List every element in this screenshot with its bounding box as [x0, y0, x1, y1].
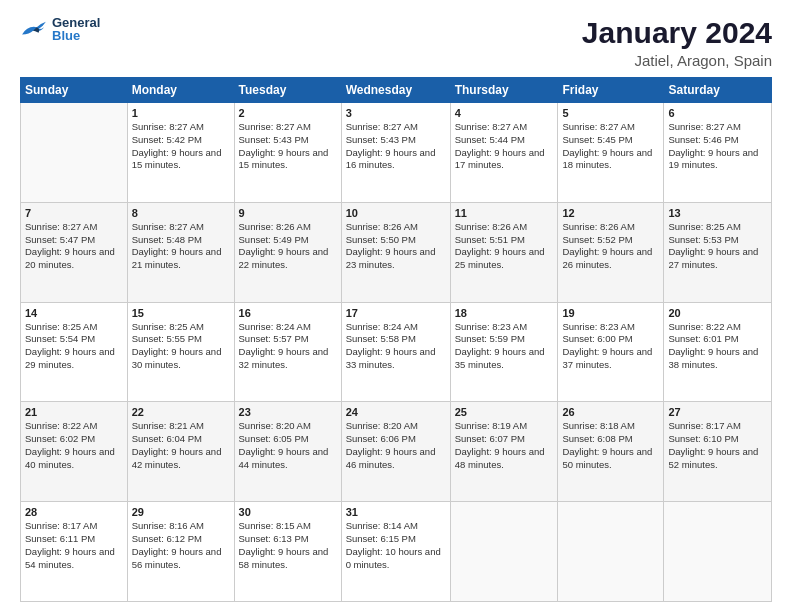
- subtitle: Jatiel, Aragon, Spain: [582, 52, 772, 69]
- calendar-week-1: 1Sunrise: 8:27 AM Sunset: 5:42 PM Daylig…: [21, 103, 772, 203]
- day-info: Sunrise: 8:26 AM Sunset: 5:50 PM Dayligh…: [346, 221, 446, 272]
- calendar-header-row: Sunday Monday Tuesday Wednesday Thursday…: [21, 78, 772, 103]
- table-row: [450, 502, 558, 602]
- day-number: 30: [239, 506, 337, 518]
- calendar-week-4: 21Sunrise: 8:22 AM Sunset: 6:02 PM Dayli…: [21, 402, 772, 502]
- day-info: Sunrise: 8:26 AM Sunset: 5:51 PM Dayligh…: [455, 221, 554, 272]
- day-info: Sunrise: 8:27 AM Sunset: 5:47 PM Dayligh…: [25, 221, 123, 272]
- col-sunday: Sunday: [21, 78, 128, 103]
- day-number: 26: [562, 406, 659, 418]
- day-number: 25: [455, 406, 554, 418]
- table-row: 5Sunrise: 8:27 AM Sunset: 5:45 PM Daylig…: [558, 103, 664, 203]
- table-row: 21Sunrise: 8:22 AM Sunset: 6:02 PM Dayli…: [21, 402, 128, 502]
- day-info: Sunrise: 8:26 AM Sunset: 5:49 PM Dayligh…: [239, 221, 337, 272]
- day-info: Sunrise: 8:14 AM Sunset: 6:15 PM Dayligh…: [346, 520, 446, 571]
- table-row: 1Sunrise: 8:27 AM Sunset: 5:42 PM Daylig…: [127, 103, 234, 203]
- table-row: 19Sunrise: 8:23 AM Sunset: 6:00 PM Dayli…: [558, 302, 664, 402]
- calendar-week-5: 28Sunrise: 8:17 AM Sunset: 6:11 PM Dayli…: [21, 502, 772, 602]
- table-row: 11Sunrise: 8:26 AM Sunset: 5:51 PM Dayli…: [450, 202, 558, 302]
- day-info: Sunrise: 8:24 AM Sunset: 5:58 PM Dayligh…: [346, 321, 446, 372]
- day-info: Sunrise: 8:19 AM Sunset: 6:07 PM Dayligh…: [455, 420, 554, 471]
- day-info: Sunrise: 8:25 AM Sunset: 5:54 PM Dayligh…: [25, 321, 123, 372]
- calendar-table: Sunday Monday Tuesday Wednesday Thursday…: [20, 77, 772, 602]
- table-row: 16Sunrise: 8:24 AM Sunset: 5:57 PM Dayli…: [234, 302, 341, 402]
- main-title: January 2024: [582, 16, 772, 50]
- col-thursday: Thursday: [450, 78, 558, 103]
- day-info: Sunrise: 8:22 AM Sunset: 6:01 PM Dayligh…: [668, 321, 767, 372]
- day-info: Sunrise: 8:23 AM Sunset: 6:00 PM Dayligh…: [562, 321, 659, 372]
- table-row: [21, 103, 128, 203]
- table-row: 14Sunrise: 8:25 AM Sunset: 5:54 PM Dayli…: [21, 302, 128, 402]
- day-number: 1: [132, 107, 230, 119]
- day-number: 18: [455, 307, 554, 319]
- table-row: 12Sunrise: 8:26 AM Sunset: 5:52 PM Dayli…: [558, 202, 664, 302]
- day-info: Sunrise: 8:27 AM Sunset: 5:46 PM Dayligh…: [668, 121, 767, 172]
- day-number: 31: [346, 506, 446, 518]
- day-info: Sunrise: 8:26 AM Sunset: 5:52 PM Dayligh…: [562, 221, 659, 272]
- table-row: 30Sunrise: 8:15 AM Sunset: 6:13 PM Dayli…: [234, 502, 341, 602]
- day-info: Sunrise: 8:27 AM Sunset: 5:48 PM Dayligh…: [132, 221, 230, 272]
- day-number: 22: [132, 406, 230, 418]
- day-number: 19: [562, 307, 659, 319]
- day-info: Sunrise: 8:27 AM Sunset: 5:42 PM Dayligh…: [132, 121, 230, 172]
- logo-blue-text: Blue: [52, 29, 100, 42]
- day-number: 28: [25, 506, 123, 518]
- day-number: 3: [346, 107, 446, 119]
- table-row: [664, 502, 772, 602]
- col-friday: Friday: [558, 78, 664, 103]
- day-info: Sunrise: 8:21 AM Sunset: 6:04 PM Dayligh…: [132, 420, 230, 471]
- table-row: 15Sunrise: 8:25 AM Sunset: 5:55 PM Dayli…: [127, 302, 234, 402]
- day-number: 13: [668, 207, 767, 219]
- day-number: 12: [562, 207, 659, 219]
- day-number: 16: [239, 307, 337, 319]
- day-number: 20: [668, 307, 767, 319]
- day-number: 14: [25, 307, 123, 319]
- table-row: 17Sunrise: 8:24 AM Sunset: 5:58 PM Dayli…: [341, 302, 450, 402]
- day-info: Sunrise: 8:27 AM Sunset: 5:45 PM Dayligh…: [562, 121, 659, 172]
- day-number: 5: [562, 107, 659, 119]
- day-info: Sunrise: 8:27 AM Sunset: 5:44 PM Dayligh…: [455, 121, 554, 172]
- table-row: 3Sunrise: 8:27 AM Sunset: 5:43 PM Daylig…: [341, 103, 450, 203]
- day-info: Sunrise: 8:20 AM Sunset: 6:06 PM Dayligh…: [346, 420, 446, 471]
- day-info: Sunrise: 8:17 AM Sunset: 6:10 PM Dayligh…: [668, 420, 767, 471]
- day-number: 8: [132, 207, 230, 219]
- table-row: 23Sunrise: 8:20 AM Sunset: 6:05 PM Dayli…: [234, 402, 341, 502]
- day-info: Sunrise: 8:22 AM Sunset: 6:02 PM Dayligh…: [25, 420, 123, 471]
- day-number: 21: [25, 406, 123, 418]
- day-info: Sunrise: 8:25 AM Sunset: 5:53 PM Dayligh…: [668, 221, 767, 272]
- day-number: 17: [346, 307, 446, 319]
- day-number: 6: [668, 107, 767, 119]
- table-row: 20Sunrise: 8:22 AM Sunset: 6:01 PM Dayli…: [664, 302, 772, 402]
- title-block: January 2024 Jatiel, Aragon, Spain: [582, 16, 772, 69]
- table-row: 8Sunrise: 8:27 AM Sunset: 5:48 PM Daylig…: [127, 202, 234, 302]
- day-info: Sunrise: 8:16 AM Sunset: 6:12 PM Dayligh…: [132, 520, 230, 571]
- day-info: Sunrise: 8:15 AM Sunset: 6:13 PM Dayligh…: [239, 520, 337, 571]
- day-number: 11: [455, 207, 554, 219]
- table-row: 25Sunrise: 8:19 AM Sunset: 6:07 PM Dayli…: [450, 402, 558, 502]
- logo-wordmark: General Blue: [52, 16, 100, 42]
- table-row: 6Sunrise: 8:27 AM Sunset: 5:46 PM Daylig…: [664, 103, 772, 203]
- table-row: 10Sunrise: 8:26 AM Sunset: 5:50 PM Dayli…: [341, 202, 450, 302]
- day-info: Sunrise: 8:18 AM Sunset: 6:08 PM Dayligh…: [562, 420, 659, 471]
- day-info: Sunrise: 8:27 AM Sunset: 5:43 PM Dayligh…: [239, 121, 337, 172]
- table-row: 24Sunrise: 8:20 AM Sunset: 6:06 PM Dayli…: [341, 402, 450, 502]
- day-info: Sunrise: 8:24 AM Sunset: 5:57 PM Dayligh…: [239, 321, 337, 372]
- table-row: 28Sunrise: 8:17 AM Sunset: 6:11 PM Dayli…: [21, 502, 128, 602]
- calendar-week-2: 7Sunrise: 8:27 AM Sunset: 5:47 PM Daylig…: [21, 202, 772, 302]
- table-row: [558, 502, 664, 602]
- table-row: 26Sunrise: 8:18 AM Sunset: 6:08 PM Dayli…: [558, 402, 664, 502]
- table-row: 13Sunrise: 8:25 AM Sunset: 5:53 PM Dayli…: [664, 202, 772, 302]
- table-row: 2Sunrise: 8:27 AM Sunset: 5:43 PM Daylig…: [234, 103, 341, 203]
- day-number: 2: [239, 107, 337, 119]
- day-number: 9: [239, 207, 337, 219]
- day-number: 15: [132, 307, 230, 319]
- day-info: Sunrise: 8:27 AM Sunset: 5:43 PM Dayligh…: [346, 121, 446, 172]
- day-number: 29: [132, 506, 230, 518]
- day-info: Sunrise: 8:25 AM Sunset: 5:55 PM Dayligh…: [132, 321, 230, 372]
- day-info: Sunrise: 8:17 AM Sunset: 6:11 PM Dayligh…: [25, 520, 123, 571]
- day-number: 7: [25, 207, 123, 219]
- calendar-week-3: 14Sunrise: 8:25 AM Sunset: 5:54 PM Dayli…: [21, 302, 772, 402]
- col-monday: Monday: [127, 78, 234, 103]
- day-number: 23: [239, 406, 337, 418]
- table-row: 18Sunrise: 8:23 AM Sunset: 5:59 PM Dayli…: [450, 302, 558, 402]
